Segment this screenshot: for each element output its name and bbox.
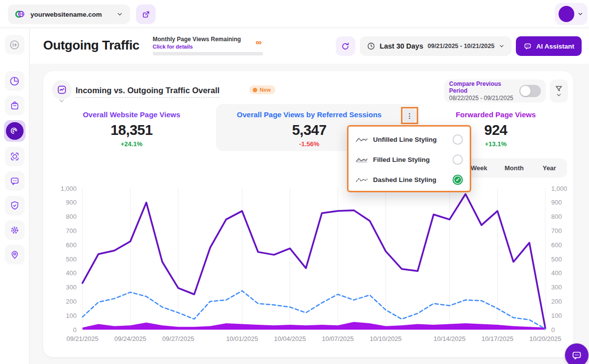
radio-unfilled[interactable] (453, 134, 463, 145)
quota-label: Monthly Page Views Remaining (153, 36, 266, 43)
svg-text:200: 200 (66, 298, 77, 305)
shield-check-icon (9, 200, 20, 211)
sidebar-item-locations[interactable] (5, 245, 25, 264)
svg-text:1,000: 1,000 (60, 185, 77, 192)
quota-block: Monthly Page Views Remaining Click for d… (153, 36, 266, 50)
avatar (559, 6, 574, 22)
chart-options-kebab-button[interactable]: ⋮ (403, 109, 416, 122)
menu-item-dashed-line[interactable]: Dashed Line Styling (348, 170, 470, 190)
chart-svg: 0010010020020030030040040050050060060070… (46, 184, 570, 348)
chevron-down-icon (556, 93, 562, 97)
svg-text:400: 400 (66, 269, 77, 277)
gear-icon (9, 225, 20, 235)
page-title: Outgoing Traffic (43, 38, 139, 53)
svg-text:900: 900 (66, 199, 77, 206)
site-name: yourwebsitename.com (30, 11, 111, 18)
svg-text:300: 300 (551, 284, 562, 291)
svg-text:500: 500 (551, 256, 562, 263)
metric-label: Overall Page Views by Referred Sessions (216, 110, 402, 119)
tab-month[interactable]: Month (497, 164, 532, 172)
menu-item-label: Filled Line Styling (373, 156, 448, 163)
date-range-value: 09/21/2025 - 10/21/2025 (428, 43, 494, 50)
sidebar-item-settings[interactable] (5, 220, 25, 240)
focus-target-icon (9, 151, 20, 162)
svg-text:10/10/2025: 10/10/2025 (370, 335, 402, 342)
quota-details-link[interactable]: Click for details (153, 44, 266, 50)
metric-overall-page-views: Overall Website Page Views 18,351 +24.1% (58, 110, 205, 148)
top-bar: yourwebsitename.com (0, 0, 589, 28)
tab-year[interactable]: Year (532, 164, 567, 172)
active-indicator (6, 122, 24, 140)
sidebar-item-messages[interactable] (5, 171, 25, 191)
chevron-down-icon (499, 43, 505, 49)
compare-toggle[interactable] (519, 85, 541, 97)
menu-item-unfilled-line[interactable]: Unfilled Line Styling (348, 130, 470, 150)
svg-text:500: 500 (66, 256, 77, 263)
ai-assistant-button[interactable]: AI Assistant (516, 36, 582, 56)
svg-text:600: 600 (551, 241, 562, 249)
sidebar-item-outgoing-traffic-active[interactable] (4, 120, 26, 142)
collapse-arrow-icon (9, 39, 20, 51)
new-badge: New (249, 85, 275, 94)
svg-text:09/24/2025: 09/24/2025 (114, 335, 146, 342)
filled-line-icon (355, 156, 368, 164)
refresh-button[interactable] (336, 36, 355, 56)
range-tabs: Week Month Year (461, 158, 567, 178)
svg-text:10/20/2025: 10/20/2025 (529, 335, 561, 342)
sidebar-item-sessions[interactable] (5, 147, 25, 166)
traffic-card: Incoming vs. Outgoing Traffic Overall Ne… (43, 71, 573, 357)
svg-text:900: 900 (551, 199, 562, 206)
chatbot-icon (571, 349, 583, 361)
funnel-icon (555, 85, 563, 93)
metric-delta: +24.1% (58, 140, 205, 148)
line-style-menu: Unfilled Line Styling Filled Line Stylin… (347, 125, 471, 192)
svg-text:600: 600 (66, 241, 77, 249)
menu-item-label: Unfilled Line Styling (373, 136, 448, 143)
support-chat-fab[interactable] (565, 343, 589, 364)
sidebar-item-store[interactable] (5, 96, 25, 115)
svg-text:700: 700 (551, 227, 562, 234)
sidebar-item-security[interactable] (5, 196, 25, 215)
svg-text:10/01/2025: 10/01/2025 (226, 335, 258, 342)
chevron-down-icon (58, 99, 65, 104)
clock-icon (367, 42, 375, 51)
toggle-knob (520, 86, 531, 96)
radio-dashed[interactable] (453, 175, 463, 185)
svg-text:1,000: 1,000 (551, 185, 567, 192)
account-menu[interactable] (555, 3, 588, 25)
svg-text:100: 100 (551, 312, 562, 319)
pie-chart-icon (9, 76, 20, 87)
date-range-selector[interactable]: Last 30 Days 09/21/2025 - 10/21/2025 (360, 36, 512, 56)
kebab-highlight-box: ⋮ (401, 107, 418, 124)
page-header: Outgoing Traffic Monthly Page Views Rema… (30, 28, 589, 64)
radio-filled[interactable] (453, 155, 463, 165)
svg-text:200: 200 (551, 298, 562, 305)
svg-text:10/07/2025: 10/07/2025 (322, 335, 354, 342)
card-widget-button[interactable] (52, 80, 72, 100)
open-site-button[interactable] (136, 4, 156, 24)
infinity-symbol: ∞ (256, 38, 262, 48)
external-link-icon (141, 10, 151, 19)
filter-button[interactable] (550, 79, 568, 103)
svg-text:10/14/2025: 10/14/2025 (433, 335, 465, 342)
sidebar-collapse-button[interactable] (5, 35, 25, 54)
header-controls: Last 30 Days 09/21/2025 - 10/21/2025 AI … (336, 36, 582, 56)
chevron-down-icon (116, 11, 123, 18)
ai-assistant-label: AI Assistant (536, 43, 574, 50)
svg-text:800: 800 (551, 213, 562, 220)
new-badge-label: New (260, 87, 271, 93)
metric-label: Forwarded Page Views (422, 110, 569, 119)
compare-previous-period: Compare Previous Period 08/22/2025 - 09/… (444, 79, 546, 103)
svg-text:10/17/2025: 10/17/2025 (482, 335, 513, 342)
svg-text:09/27/2025: 09/27/2025 (162, 335, 194, 342)
svg-text:400: 400 (551, 269, 562, 277)
unfilled-line-icon (355, 136, 368, 144)
menu-item-label: Dashed Line Styling (373, 176, 448, 183)
sidebar-item-analytics[interactable] (5, 71, 25, 91)
menu-item-filled-line[interactable]: Filled Line Styling (348, 150, 470, 170)
chat-bubble-icon (9, 176, 20, 186)
svg-text:09/21/2025: 09/21/2025 (66, 335, 98, 342)
site-selector[interactable]: yourwebsitename.com (8, 4, 130, 24)
svg-text:800: 800 (66, 213, 77, 220)
svg-text:0: 0 (73, 326, 77, 334)
